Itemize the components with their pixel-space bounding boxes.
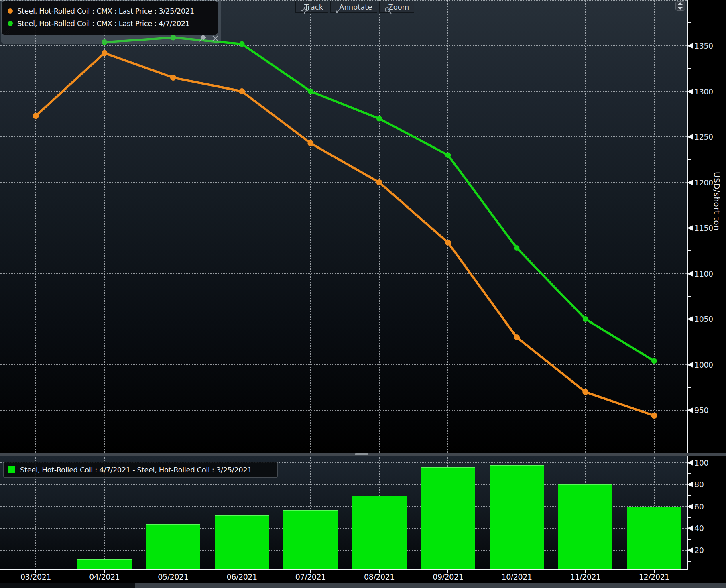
main-vgridline-05/2021 (173, 0, 173, 453)
x-axis-label-08/2021: 08/2021 (364, 572, 395, 581)
bar-ytick-minor-10 (687, 561, 691, 562)
main-ytick-arrow-950 (687, 407, 693, 413)
x-axis-label-11/2021: 11/2021 (570, 572, 601, 581)
bar-ytick-label-40: 40 (694, 524, 704, 533)
diff-bar-08/2021 (352, 496, 407, 569)
bar-ytick-label-80: 80 (694, 480, 704, 489)
bar-legend-label: Steel, Hot-Rolled Coil : 4/7/2021 - Stee… (20, 466, 252, 474)
bar-ytick-minor-70 (687, 495, 691, 496)
main-hgridline-1000 (0, 364, 687, 365)
bar-ytick-label-60: 60 (694, 502, 704, 511)
main-vgridline-03/2021 (35, 0, 36, 453)
x-axis-label-09/2021: 09/2021 (433, 572, 463, 581)
bar-ytick-arrow-80 (687, 482, 693, 487)
main-ytick-minor-975 (687, 387, 691, 388)
bar-legend-box[interactable]: Steel, Hot-Rolled Coil : 4/7/2021 - Stee… (3, 462, 278, 478)
bar-ytick-minor-50 (687, 517, 691, 518)
main-ytick-label-1000: 1000 (694, 360, 713, 369)
main-vgridline-11/2021 (585, 0, 586, 453)
main-vgridline-08/2021 (379, 0, 380, 453)
chart-toolbar: TrackAnnotateZoom (295, 1, 414, 13)
main-hgridline-1200 (0, 182, 687, 183)
main-ytick-label-1150: 1150 (694, 224, 713, 232)
zoom-button[interactable]: Zoom (379, 1, 414, 13)
bar-ytick-label-100: 100 (694, 458, 708, 467)
main-vgridline-04/2021 (104, 0, 105, 453)
legend-row-4-7-2021[interactable]: Steel, Hot-Rolled Coil : CMX : Last Pric… (8, 17, 218, 30)
main-ytick-arrow-1150 (687, 225, 693, 231)
legend-dot (8, 21, 13, 26)
main-vgridline-12/2021 (654, 0, 655, 453)
main-ytick-arrow-1300 (687, 89, 693, 94)
main-ytick-minor-925 (687, 433, 691, 433)
pin-legend-icon[interactable] (198, 35, 206, 43)
main-ytick-label-1050: 1050 (694, 315, 713, 324)
main-ytick-arrow-1000 (687, 362, 693, 368)
main-legend-box[interactable]: Steel, Hot-Rolled Coil : CMX : Last Pric… (1, 1, 218, 35)
legend-dot (8, 8, 13, 14)
diff-bar-07/2021 (283, 510, 338, 569)
zoom-button-label: Zoom (388, 3, 409, 11)
main-vgridline-09/2021 (447, 0, 448, 453)
x-axis-label-07/2021: 07/2021 (295, 572, 326, 581)
main-ytick-arrow-1200 (687, 180, 693, 185)
main-vgridline-06/2021 (242, 0, 242, 453)
legend-label: Steel, Hot-Rolled Coil : CMX : Last Pric… (17, 7, 194, 15)
track-button-label: Track (304, 3, 323, 11)
main-ytick-label-950: 950 (694, 406, 708, 415)
x-axis-label-10/2021: 10/2021 (501, 572, 532, 581)
charting-app-window: 1350130012501200115011001050100095010080… (0, 0, 726, 588)
main-price-chart-plot[interactable] (0, 0, 687, 453)
bar-ytick-label-20: 20 (694, 546, 704, 555)
panel-splitter-handle[interactable] (355, 453, 368, 455)
main-ytick-minor-1225 (687, 159, 691, 160)
diff-bar-06/2021 (215, 515, 269, 569)
main-ytick-minor-1075 (687, 296, 691, 297)
bar-ytick-arrow-60 (687, 504, 693, 509)
close-legend-icon[interactable] (212, 35, 219, 42)
main-ytick-label-1250: 1250 (694, 132, 713, 141)
diff-bar-11/2021 (558, 484, 612, 569)
diff-bar-05/2021 (146, 524, 200, 569)
x-axis-label-03/2021: 03/2021 (20, 572, 51, 581)
main-hgridline-950 (0, 410, 687, 411)
main-hgridline-1100 (0, 273, 687, 274)
main-ytick-minor-1275 (687, 114, 691, 114)
annotate-button[interactable]: Annotate (330, 1, 377, 13)
main-hgridline-1350 (0, 45, 687, 46)
main-ytick-label-1200: 1200 (694, 178, 713, 187)
bar-ytick-arrow-20 (687, 547, 693, 553)
annotate-button-label: Annotate (339, 3, 372, 11)
track-button[interactable]: Track (295, 1, 328, 13)
x-axis-label-04/2021: 04/2021 (89, 572, 120, 581)
x-axis-label-05/2021: 05/2021 (158, 572, 188, 581)
bar-legend-swatch (8, 466, 15, 473)
main-ytick-label-1300: 1300 (694, 87, 713, 96)
horizontal-scrollbar-thumb[interactable] (135, 583, 726, 588)
main-ytick-minor-1025 (687, 342, 691, 342)
diff-bar-09/2021 (421, 467, 475, 569)
diff-bar-04/2021 (77, 559, 132, 569)
main-ytick-arrow-1350 (687, 43, 693, 49)
main-hgridline-1150 (0, 228, 687, 228)
x-axis-label-12/2021: 12/2021 (639, 572, 669, 581)
bar-ytick-minor-30 (687, 539, 691, 540)
bar-ytick-arrow-100 (687, 460, 693, 466)
spinner-down-icon (677, 7, 683, 10)
main-ytick-minor-1125 (687, 250, 691, 251)
diff-bar-10/2021 (490, 465, 544, 569)
diff-bar-12/2021 (627, 507, 681, 569)
bar-ytick-minor-90 (687, 473, 691, 474)
legend-row-3-25-2021[interactable]: Steel, Hot-Rolled Coil : CMX : Last Pric… (8, 5, 218, 17)
main-ytick-arrow-1250 (687, 134, 693, 140)
main-hgridline-1250 (0, 136, 687, 137)
main-vgridline-07/2021 (310, 0, 311, 453)
main-ytick-label-1100: 1100 (694, 269, 713, 278)
bar-ytick-arrow-40 (687, 525, 693, 531)
spinner-divider (677, 6, 683, 6)
main-ytick-label-1350: 1350 (694, 41, 713, 50)
main-hgridline-1050 (0, 319, 687, 319)
axis-scale-spinner-button[interactable] (675, 1, 685, 11)
main-vgridline-10/2021 (517, 0, 517, 453)
main-ytick-minor-1175 (687, 205, 691, 205)
